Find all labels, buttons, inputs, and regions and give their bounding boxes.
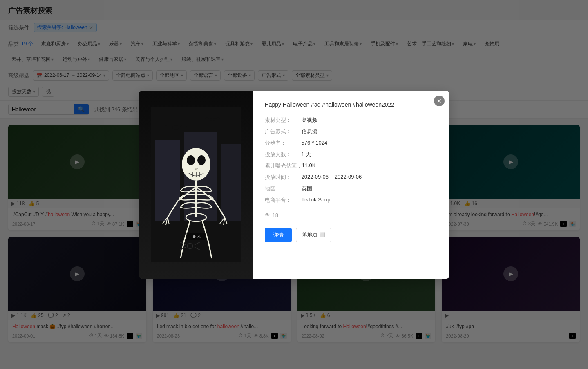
ad-media-preview: TikTok <box>151 107 241 262</box>
modal-detail-row: 素材类型：竖视频 <box>265 116 438 124</box>
svg-rect-1 <box>155 140 180 221</box>
modal-media: TikTok <box>139 91 253 279</box>
modal-actions: 详情 落地页 ⬜ <box>265 228 438 242</box>
detail-value: TikTok Shop <box>302 197 331 203</box>
detail-button[interactable]: 详情 <box>265 228 292 242</box>
close-icon: ✕ <box>437 98 442 104</box>
svg-point-7 <box>187 155 195 165</box>
modal-like: 👁 18 <box>265 212 438 218</box>
detail-key: 地区： <box>265 185 302 192</box>
modal-box: ✕ <box>139 91 449 279</box>
detail-value: 576＊1024 <box>302 139 328 147</box>
detail-value: 信息流 <box>302 128 317 135</box>
modal-ad-title: Happy Halloween #ad #halloween #hallowee… <box>265 101 438 109</box>
detail-key: 分辨率： <box>265 139 302 147</box>
external-link-icon: ⬜ <box>320 232 325 237</box>
svg-point-4 <box>172 125 179 130</box>
modal-detail-row: 地区：英国 <box>265 185 438 192</box>
detail-value: 2022-09-06 ~ 2022-09-06 <box>302 174 362 180</box>
svg-point-29 <box>187 243 193 249</box>
like-icon: 👁 <box>265 212 270 218</box>
landing-page-button[interactable]: 落地页 ⬜ <box>296 228 331 242</box>
like-count: 18 <box>273 212 278 218</box>
modal-media-inner: TikTok <box>139 91 253 279</box>
modal-details: Happy Halloween #ad #halloween #hallowee… <box>253 91 449 279</box>
modal-detail-row: 投放时间：2022-09-06 ~ 2022-09-06 <box>265 174 438 181</box>
modal-detail-row: 广告形式：信息流 <box>265 128 438 135</box>
svg-rect-3 <box>221 144 241 221</box>
svg-point-5 <box>210 118 215 121</box>
modal-close-button[interactable]: ✕ <box>434 96 445 106</box>
svg-text:TikTok: TikTok <box>191 235 201 239</box>
detail-key: 投放时间： <box>265 174 302 181</box>
detail-key: 素材类型： <box>265 116 302 124</box>
modal-overlay[interactable]: ✕ <box>0 0 588 349</box>
modal-detail-row: 电商平台：TikTok Shop <box>265 197 438 204</box>
detail-key: 广告形式： <box>265 128 302 135</box>
detail-value: 竖视频 <box>302 116 317 124</box>
detail-key: 投放天数： <box>265 151 302 158</box>
detail-value: 英国 <box>302 185 312 192</box>
detail-key: 累计曝光估算： <box>265 162 302 170</box>
modal-detail-row: 累计曝光估算：11.0K <box>265 162 438 170</box>
landing-page-label: 落地页 <box>302 231 318 239</box>
detail-key: 电商平台： <box>265 197 302 204</box>
detail-value: 11.0K <box>302 162 316 168</box>
modal-detail-row: 分辨率：576＊1024 <box>265 139 438 147</box>
detail-value: 1 天 <box>302 151 311 158</box>
svg-point-8 <box>197 155 206 165</box>
modal-detail-row: 投放天数：1 天 <box>265 151 438 158</box>
